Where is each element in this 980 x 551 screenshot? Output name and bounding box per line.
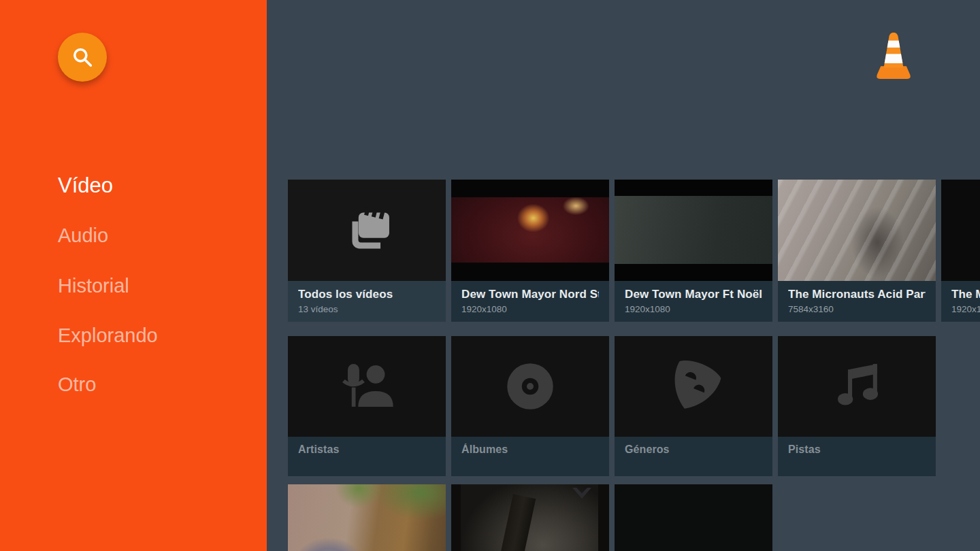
track-note-icon	[826, 355, 888, 418]
card-info: Álbumes	[451, 437, 609, 476]
card-title: Dew Town Mayor Nord Strea..	[461, 288, 599, 301]
thumbnail	[451, 484, 609, 551]
card-info: Artistas	[288, 437, 446, 476]
thumbnail	[615, 180, 772, 281]
sidebar-item-otro[interactable]: Otro	[58, 369, 96, 399]
card-subtitle: 13 vídeos	[298, 304, 436, 314]
sidebar-item-label: Otro	[58, 373, 96, 396]
card-subtitle: 1920x1	[951, 304, 980, 314]
card-title: The M	[951, 288, 980, 301]
card-artistas[interactable]: Artistas	[288, 336, 446, 476]
card-title: Dew Town Mayor Ft Noël Ras..	[625, 288, 762, 301]
card-video-micronauts[interactable]: The Micronauts Acid Party [O.. 7584x3160	[778, 180, 936, 322]
card-info: Géneros	[615, 437, 772, 476]
card-title: Géneros	[625, 444, 762, 456]
card-info: The M 1920x1	[941, 281, 980, 322]
album-icon	[499, 355, 561, 418]
card-all-videos[interactable]: Todos los vídeos 13 vídeos	[288, 180, 446, 322]
card-title: Álbumes	[461, 444, 599, 456]
thumbnail	[288, 484, 446, 551]
card-info: Pistas	[778, 437, 936, 476]
card-subtitle: 7584x3160	[788, 304, 926, 314]
thumbnail	[451, 336, 609, 437]
sidebar-item-historial[interactable]: Historial	[58, 271, 129, 301]
card-video-bunny[interactable]	[288, 484, 446, 551]
card-title: The Micronauts Acid Party [O..	[788, 288, 926, 301]
sidebar-item-explorando[interactable]: Explorando	[58, 320, 158, 350]
card-video-dark[interactable]	[615, 484, 772, 551]
card-info: Todos los vídeos 13 vídeos	[288, 281, 446, 322]
sidebar-item-video[interactable]: Vídeo	[58, 171, 113, 201]
thumbnail	[615, 484, 772, 551]
genre-mask-icon	[662, 355, 725, 418]
thumbnail	[941, 180, 980, 281]
card-info: Dew Town Mayor Ft Noël Ras.. 1920x1080	[615, 281, 772, 322]
artist-icon	[336, 355, 398, 418]
search-button[interactable]	[58, 33, 107, 82]
card-video-dark-cylinder[interactable]	[451, 484, 609, 551]
vlc-cone-logo-icon	[866, 27, 921, 83]
thumbnail	[451, 180, 609, 281]
video-collection-icon	[334, 201, 399, 260]
search-icon	[70, 45, 95, 69]
sidebar-item-audio[interactable]: Audio	[58, 220, 108, 250]
card-video-dew-town-nord[interactable]: Dew Town Mayor Nord Strea.. 1920x1080	[451, 180, 609, 322]
card-subtitle: 1920x1080	[625, 304, 762, 314]
card-generos[interactable]: Géneros	[615, 336, 772, 476]
card-video-dew-town-noel[interactable]: Dew Town Mayor Ft Noël Ras.. 1920x1080	[615, 180, 772, 322]
card-albumes[interactable]: Álbumes	[451, 336, 609, 476]
card-pistas[interactable]: Pistas	[778, 336, 936, 476]
sidebar-item-label: Vídeo	[58, 173, 113, 198]
thumbnail	[778, 180, 936, 281]
sidebar: Vídeo Audio Historial Explorando Otro	[0, 0, 267, 551]
content-area: Todos los vídeos 13 vídeos Dew Town Mayo…	[267, 0, 980, 551]
card-info: Dew Town Mayor Nord Strea.. 1920x1080	[451, 281, 609, 322]
card-title: Pistas	[788, 444, 926, 456]
thumbnail	[288, 180, 446, 281]
card-video-clipped[interactable]: The M 1920x1	[941, 180, 980, 322]
thumbnail	[778, 336, 936, 437]
thumbnail-detail	[491, 494, 536, 551]
thumbnail	[615, 336, 772, 437]
sidebar-item-label: Audio	[58, 224, 108, 247]
card-title: Artistas	[298, 444, 436, 456]
card-info: The Micronauts Acid Party [O.. 7584x3160	[778, 281, 936, 322]
thumbnail	[288, 336, 446, 437]
sidebar-item-label: Historial	[58, 275, 129, 297]
card-title: Todos los vídeos	[298, 288, 436, 301]
sidebar-item-label: Explorando	[58, 324, 158, 347]
card-subtitle: 1920x1080	[461, 304, 599, 314]
chevron-down-icon	[572, 488, 591, 499]
